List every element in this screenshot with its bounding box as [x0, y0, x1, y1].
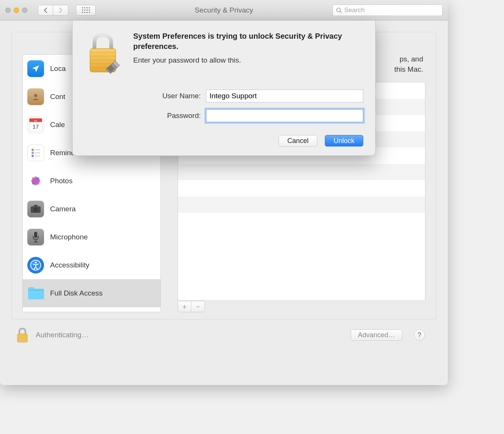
preferences-window: Security & Privacy Loca Cont: [0, 0, 448, 385]
location-icon: [27, 60, 44, 77]
titlebar: Security & Privacy: [0, 0, 448, 20]
close-window-button[interactable]: [5, 8, 11, 13]
footer: Authenticating… Advanced… ?: [11, 319, 436, 343]
sidebar-item-label: Cale: [50, 121, 65, 129]
svg-rect-31: [17, 334, 27, 342]
auth-dialog: System Preferences is trying to unlock S…: [72, 20, 376, 156]
search-field[interactable]: [332, 5, 443, 16]
folder-icon: [27, 285, 44, 302]
back-button[interactable]: [38, 5, 53, 16]
lock-status-text: Authenticating…: [36, 331, 88, 339]
help-icon: ?: [417, 331, 421, 339]
minimize-window-button[interactable]: [14, 8, 19, 13]
password-input[interactable]: [206, 109, 363, 122]
svg-point-24: [35, 209, 37, 211]
nav-buttons: [38, 5, 68, 16]
unlock-button[interactable]: Unlock: [325, 135, 363, 146]
sidebar-item-label: Accessibility: [50, 261, 89, 269]
help-button[interactable]: ?: [414, 329, 425, 341]
svg-rect-30: [28, 290, 44, 291]
chevron-right-icon: [59, 8, 63, 13]
sidebar-item-label: Cont: [50, 93, 65, 101]
forward-button[interactable]: [53, 5, 68, 16]
svg-text:JUL: JUL: [34, 120, 38, 122]
photos-icon: [27, 173, 44, 189]
svg-line-1: [340, 11, 342, 13]
svg-point-9: [32, 155, 34, 157]
search-input[interactable]: [344, 6, 439, 14]
list-row: [178, 180, 425, 197]
plus-icon: ＋: [181, 302, 188, 311]
svg-point-2: [34, 94, 37, 97]
minus-icon: －: [195, 302, 202, 311]
svg-text:17: 17: [33, 123, 39, 130]
sidebar-item-label: Full Disk Access: [50, 289, 102, 297]
sidebar-item-microphone[interactable]: Microphone: [23, 223, 161, 251]
microphone-icon: [27, 229, 44, 245]
sidebar-item-label: Loca: [50, 64, 66, 73]
sidebar-item-label: Camera: [50, 205, 76, 213]
list-row: [178, 164, 425, 180]
search-icon: [336, 7, 342, 13]
username-label: User Name:: [85, 92, 206, 100]
auth-lock-icon: [85, 31, 121, 78]
zoom-window-button[interactable]: [22, 8, 27, 13]
remove-app-button[interactable]: －: [191, 301, 205, 312]
auth-heading: System Preferences is trying to unlock S…: [133, 31, 363, 52]
add-app-button[interactable]: ＋: [178, 301, 191, 312]
svg-rect-22: [34, 205, 38, 207]
sidebar-item-label: Microphone: [50, 233, 88, 241]
add-remove-buttons: ＋ －: [178, 301, 425, 312]
reminders-icon: [27, 145, 44, 161]
svg-point-7: [32, 149, 34, 151]
sidebar-item-full-disk-access[interactable]: Full Disk Access: [23, 279, 161, 307]
list-row: [178, 197, 425, 213]
sidebar-item-accessibility[interactable]: Accessibility: [23, 251, 161, 279]
auth-subheading: Enter your password to allow this.: [133, 56, 363, 64]
show-all-button[interactable]: [76, 5, 96, 16]
sidebar-item-camera[interactable]: Camera: [23, 195, 161, 223]
chevron-left-icon: [44, 8, 47, 13]
traffic-lights: [5, 8, 27, 13]
contacts-icon: [27, 88, 44, 105]
password-label: Password:: [85, 112, 206, 120]
cancel-button[interactable]: Cancel: [279, 135, 317, 146]
sidebar-item-label: Photos: [50, 177, 72, 185]
calendar-icon: 17JUL: [27, 116, 44, 133]
sidebar-item-photos[interactable]: Photos: [23, 167, 161, 195]
svg-rect-25: [34, 232, 37, 238]
username-input[interactable]: [206, 90, 363, 102]
accessibility-icon: [27, 257, 44, 274]
svg-point-29: [35, 262, 37, 264]
lock-icon[interactable]: [16, 327, 29, 343]
camera-icon: [27, 201, 44, 217]
grid-icon: [82, 7, 90, 13]
svg-point-8: [32, 152, 34, 154]
advanced-button[interactable]: Advanced…: [351, 329, 402, 341]
